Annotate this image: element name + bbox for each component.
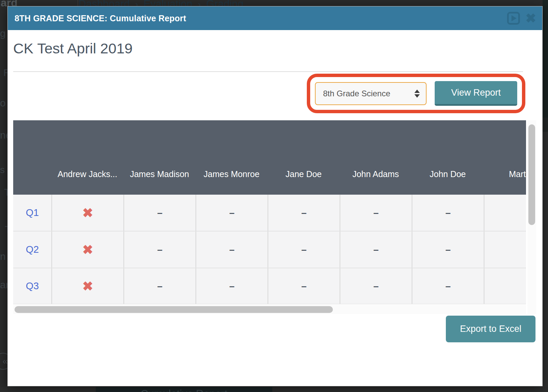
class-select[interactable]: 8th Grade Science [315,82,427,105]
empty-score-dash: – [446,244,451,255]
column-header: Marth [484,120,526,195]
question-link[interactable]: Q3 [26,280,39,292]
table-row: Q3 ✖ – – – – – [13,268,526,304]
vertical-scrollbar[interactable] [527,120,536,314]
modal-title: 8TH GRADE SCIENCE: Cumulative Report [15,14,186,23]
sidebar-text-fragment: o [0,97,6,109]
divider [13,71,523,72]
clipped-cell [484,231,526,268]
cumulative-report-tab-label: Cumulative Report [141,388,228,392]
table-header-row: Andrew Jacks... James Madison James Monr… [13,120,526,195]
column-header: John Adams [340,120,412,195]
clipped-cell [484,268,526,304]
select-arrows-icon [414,90,420,98]
horizontal-scrollbar-thumb[interactable] [15,306,333,313]
empty-score-dash: – [446,281,451,292]
table-row: Q2 ✖ – – – – – [13,231,526,268]
class-select-value: 8th Grade Science [323,89,390,98]
clipped-cell [484,195,526,231]
column-header: John Doe [412,120,484,195]
sidebar-text-fragment: g [0,28,6,39]
empty-score-dash: – [157,281,163,292]
chevrons-left-icon: « [2,356,8,367]
empty-score-dash: – [229,281,235,292]
empty-score-dash: – [446,207,451,218]
empty-score-dash: – [301,244,307,255]
corner-header-cell [13,120,51,195]
column-header: James Monroe [196,120,268,195]
empty-score-dash: – [157,244,163,255]
question-link[interactable]: Q2 [26,244,39,255]
empty-score-dash: – [373,207,379,218]
column-header: Jane Doe [268,120,340,195]
cumulative-report-modal: 8TH GRADE SCIENCE: Cumulative Report ✖ C… [7,6,543,386]
report-table: Andrew Jacks... James Madison James Monr… [13,120,536,314]
play-triangle-icon [511,15,517,21]
arrow-up-icon [414,90,420,93]
column-header: Andrew Jacks... [51,120,123,195]
empty-score-dash: – [229,244,235,255]
empty-score-dash: – [301,207,307,218]
export-to-excel-button[interactable]: Export to Excel [446,316,535,342]
vertical-scrollbar-thumb[interactable] [528,124,535,225]
sidebar-text-fragment: n [0,251,6,262]
close-icon[interactable]: ✖ [525,12,536,25]
table-row: Q1 ✖ – – – – – [13,195,526,231]
empty-score-dash: – [157,207,163,218]
x-mark-icon: ✖ [83,205,93,220]
question-link[interactable]: Q1 [26,207,39,218]
empty-score-dash: – [301,281,307,292]
horizontal-scrollbar[interactable] [13,304,526,314]
background-patch [543,0,548,118]
empty-score-dash: – [229,207,235,218]
cumulative-report-tab: Cumulative Report [96,387,272,392]
view-report-button[interactable]: View Report [435,81,517,106]
background-patch [543,118,548,132]
x-mark-icon: ✖ [83,242,93,257]
play-video-icon[interactable] [507,12,520,25]
highlight-annotation: 8th Grade Science View Report [307,74,525,113]
column-header: James Madison [123,120,196,195]
empty-score-dash: – [373,281,379,292]
background-patch [543,132,548,392]
report-table-viewport: Andrew Jacks... James Madison James Monr… [13,120,526,304]
arrow-down-icon [414,94,420,98]
page-title: CK Test April 2019 [13,40,133,57]
x-mark-icon: ✖ [83,279,93,294]
sidebar-divider [77,0,78,7]
modal-title-bar: 8TH GRADE SCIENCE: Cumulative Report ✖ [8,6,542,30]
background-tab-bar: Cumulative Report [0,387,548,392]
empty-score-dash: – [373,244,379,255]
sidebar-text-fragment: s [0,165,5,175]
